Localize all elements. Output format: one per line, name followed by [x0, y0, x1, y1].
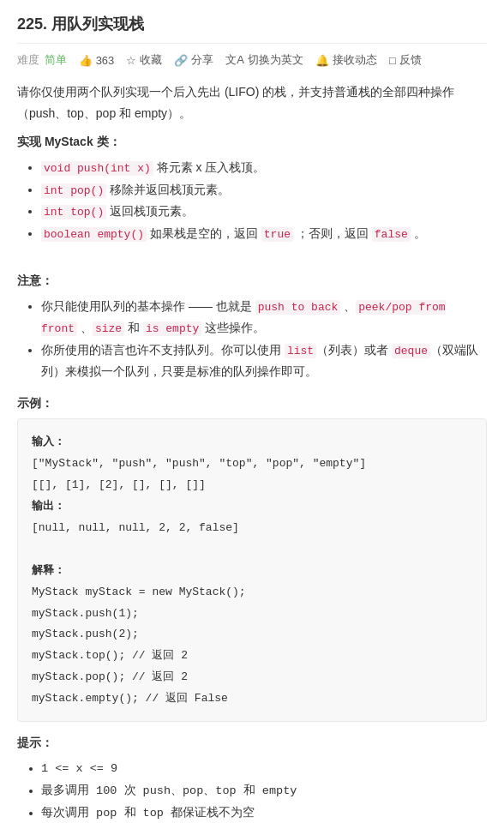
method-item: void push(int x) 将元素 x 压入栈顶。 — [41, 157, 487, 178]
feedback-button[interactable]: □ 反馈 — [389, 52, 422, 68]
example-label: 示例： — [17, 396, 487, 411]
description-text: 请你仅使用两个队列实现一个后入先出 (LIFO) 的栈，并支持普通栈的全部四种操… — [17, 81, 487, 124]
explain-label: 解释： — [32, 563, 65, 576]
note-label: 注意： — [17, 273, 487, 289]
subscribe-label: 接收动态 — [333, 52, 377, 68]
subscribe-button[interactable]: 🔔 接收动态 — [315, 52, 377, 68]
difficulty-container: 难度 简单 — [17, 52, 67, 68]
share-icon: 🔗 — [174, 54, 188, 67]
bell-icon: 🔔 — [315, 54, 329, 67]
example-section: 示例： 输入： ["MyStack", "push", "push", "top… — [17, 396, 487, 722]
method-item: int top() 返回栈顶元素。 — [41, 201, 487, 222]
difficulty-label: 难度 — [17, 53, 39, 66]
difficulty-value: 简单 — [45, 53, 67, 66]
note-section: 注意： 你只能使用队列的基本操作 —— 也就是 push to back 、pe… — [17, 273, 487, 382]
hints-label: 提示： — [17, 736, 487, 751]
notes-list: 你只能使用队列的基本操作 —— 也就是 push to back 、peek/p… — [17, 296, 487, 382]
hints-list: 1 <= x <= 9最多调用 100 次 push、pop、top 和 emp… — [17, 758, 487, 824]
note-item: 你所使用的语言也许不支持队列。你可以使用 list（列表）或者 deque（双端… — [41, 339, 487, 383]
star-icon: ☆ — [126, 54, 136, 67]
output-value: [null, null, null, 2, 2, false] — [32, 521, 239, 534]
note-item: 你只能使用队列的基本操作 —— 也就是 push to back 、peek/p… — [41, 296, 487, 339]
likes-button[interactable]: 👍 363 — [79, 54, 115, 67]
collect-button[interactable]: ☆ 收藏 — [126, 52, 162, 68]
feedback-label: 反馈 — [399, 52, 422, 68]
implement-label: 实现 MyStack 类： — [17, 135, 487, 150]
input-commands: ["MyStack", "push", "push", "top", "pop"… — [32, 457, 366, 470]
page-container: 225. 用队列实现栈 难度 简单 👍 363 ☆ 收藏 🔗 分享 文A 切换为… — [0, 0, 504, 829]
translate-label: 切换为英文 — [248, 52, 303, 68]
input-label: 输入： — [32, 435, 65, 448]
page-title: 225. 用队列实现栈 — [17, 14, 487, 44]
explain-code: MyStack myStack = new MyStack();myStack.… — [32, 586, 246, 704]
translate-icon: 文A — [225, 52, 244, 68]
share-button[interactable]: 🔗 分享 — [174, 52, 213, 68]
output-label: 输出： — [32, 499, 65, 512]
likes-count: 363 — [96, 54, 115, 67]
collect-label: 收藏 — [140, 52, 162, 68]
example-box: 输入： ["MyStack", "push", "push", "top", "… — [17, 418, 487, 722]
method-item: int pop() 移除并返回栈顶元素。 — [41, 179, 487, 201]
method-item: boolean empty() 如果栈是空的，返回 true ；否则，返回 fa… — [41, 223, 487, 244]
hint-item: 1 <= x <= 9 — [41, 758, 487, 780]
share-label: 分享 — [191, 52, 213, 68]
hints-section: 提示： 1 <= x <= 9最多调用 100 次 push、pop、top 和… — [17, 736, 487, 824]
feedback-icon: □ — [389, 54, 396, 67]
translate-button[interactable]: 文A 切换为英文 — [225, 52, 303, 68]
toolbar: 难度 简单 👍 363 ☆ 收藏 🔗 分享 文A 切换为英文 🔔 接收动态 □ … — [17, 52, 487, 68]
input-args: [[], [1], [2], [], [], []] — [32, 478, 206, 491]
methods-list: void push(int x) 将元素 x 压入栈顶。int pop() 移除… — [17, 157, 487, 244]
hint-item: 最多调用 100 次 push、pop、top 和 empty — [41, 780, 487, 802]
hint-item: 每次调用 pop 和 top 都保证栈不为空 — [41, 802, 487, 825]
thumbs-up-icon: 👍 — [79, 54, 93, 67]
